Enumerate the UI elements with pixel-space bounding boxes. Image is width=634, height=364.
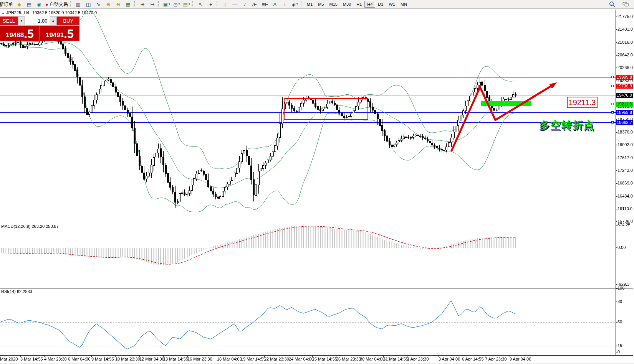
rsi-tick-label: 15 xyxy=(617,343,622,348)
bar-chart-icon: ▥ xyxy=(76,2,81,7)
new-order-button[interactable]: 新订单 xyxy=(0,0,14,8)
buy-price-big: .5 xyxy=(64,29,74,40)
data-window-button[interactable]: ◉ xyxy=(34,0,44,8)
timeframe-M15[interactable]: M15 xyxy=(326,1,340,8)
zoom-out-icon: ⊖ xyxy=(116,2,120,7)
timeframe-W1[interactable]: W1 xyxy=(386,1,398,8)
timeframe-H1[interactable]: H1 xyxy=(354,1,364,8)
buy-price[interactable]: 19491.5 xyxy=(40,26,79,41)
date-tick-label: 18 Mar 04:00 xyxy=(217,357,242,361)
cursor-icon: ↖ xyxy=(199,2,203,7)
label-button[interactable]: T xyxy=(280,0,290,8)
date-tick-label: 24 Mar 04:00 xyxy=(289,357,314,361)
timeframe-M30[interactable]: M30 xyxy=(340,1,354,8)
cursor-button[interactable]: ↖ xyxy=(196,0,206,8)
autotrade-icon: ● xyxy=(45,2,48,7)
fibonacci-button[interactable]: ≡F xyxy=(260,0,270,8)
line-chart-button[interactable]: ∿ xyxy=(93,0,103,8)
timeframe-M5[interactable]: M5 xyxy=(315,1,326,8)
crosshair-icon: + xyxy=(209,2,212,7)
trendline-button[interactable]: / xyxy=(240,0,250,8)
chart-canvas[interactable] xyxy=(0,9,634,364)
timeframe-H4[interactable]: H4 xyxy=(364,1,375,8)
sell-button[interactable]: SELL xyxy=(0,16,18,25)
symbol-header: ▲JPN225-,H419362.5 19520.0 19342.5 19470… xyxy=(2,10,97,15)
price-level-label: 19736.9 xyxy=(616,84,633,89)
date-tick-label: Mar 2020 xyxy=(0,357,18,361)
vertical-line-button[interactable]: | xyxy=(220,0,230,8)
candlestick-button[interactable]: ◫ xyxy=(83,0,93,8)
rsi-indicator-label: RSI(14) 62.2883 xyxy=(1,289,32,294)
date-tick-label: 26 Mar 23:30 xyxy=(336,357,361,361)
shapes-icon: ◈ xyxy=(292,2,296,7)
shapes-button[interactable]: ◈▾ xyxy=(290,0,300,8)
trendline-icon: / xyxy=(244,2,246,7)
price-tick-label: 17243.0 xyxy=(617,168,633,173)
autotrade-button[interactable]: ●自动交易 xyxy=(44,0,69,8)
volume-increase-button[interactable]: ▲ xyxy=(50,16,57,25)
price-tick-label: 18002.0 xyxy=(617,142,633,147)
auto-scroll-button[interactable]: ↠ xyxy=(137,0,147,8)
toolbar-grip xyxy=(70,1,72,7)
price-tick-label: 21775.0 xyxy=(617,14,633,19)
indicators-button[interactable]: ▤▾ xyxy=(182,0,192,8)
horizontal-line-button[interactable]: — xyxy=(230,0,240,8)
zoom-in-icon: ⊕ xyxy=(106,2,110,7)
search-icon[interactable] xyxy=(607,0,617,8)
chart-shift-icon-button[interactable]: ◆ xyxy=(14,0,24,8)
date-tick-label: 16 Mar 23:30 xyxy=(187,357,212,361)
price-tick-label: 21401.0 xyxy=(617,27,633,31)
candlestick-icon: ◫ xyxy=(86,2,91,7)
price-level-label: 18662.7 xyxy=(616,120,633,125)
toolbar-grip xyxy=(192,1,195,7)
zoom-in-button[interactable]: ⊕ xyxy=(103,0,113,8)
new-chart-icon: ▣ xyxy=(163,2,168,7)
timeframe-D1[interactable]: D1 xyxy=(375,1,386,8)
macd-tick-label: 0.00 xyxy=(617,245,626,250)
text-button[interactable]: A xyxy=(270,0,280,8)
buy-price-main: 19491 xyxy=(46,31,64,40)
crosshair-button[interactable]: + xyxy=(206,0,216,8)
turning-point-annotation[interactable]: 多空转折点 xyxy=(539,119,614,132)
timeframe-MN[interactable]: MN xyxy=(398,1,410,8)
bar-chart-button[interactable]: ▥ xyxy=(73,0,83,8)
navigator-button[interactable]: ▤ xyxy=(24,0,34,8)
sell-price-main: 19468 xyxy=(6,31,24,40)
toolbar-grip xyxy=(134,1,136,7)
chevron-down-icon: ▾ xyxy=(189,3,190,6)
rsi-tick-label: 80 xyxy=(617,299,622,304)
date-tick-label: 1 Apr 23:30 xyxy=(407,357,429,361)
chart-shift-end-icon: ↦ xyxy=(150,2,154,7)
price-tick-label: 20642.0 xyxy=(617,53,633,57)
navigator-icon: ▤ xyxy=(27,2,31,7)
date-tick-label: 22 Mar 23:30 xyxy=(264,357,289,361)
chevron-down-icon: ▾ xyxy=(179,3,180,6)
horizontal-line-icon: — xyxy=(232,2,237,7)
timeframe-M1[interactable]: M1 xyxy=(304,1,315,8)
buy-button[interactable]: BUY xyxy=(57,16,80,25)
volume-decrease-button[interactable]: ▼ xyxy=(18,16,25,25)
date-tick-label: 9 Mar 14:55 xyxy=(91,357,114,361)
date-tick-label: 12 Mar 04:00 xyxy=(139,357,164,361)
volume-input[interactable]: 1.00 xyxy=(25,16,50,25)
chat-icon[interactable] xyxy=(621,0,631,8)
price-callout-19211[interactable]: 19211.3 xyxy=(567,97,598,108)
symbol-name: JPN225-,H4 xyxy=(6,10,29,15)
date-tick-label: 10 Mar 23:30 xyxy=(115,357,140,361)
date-tick-label: 6 Mar 04:00 xyxy=(68,357,91,361)
sell-price[interactable]: 19468.5 xyxy=(0,26,40,41)
auto-scroll-icon: ↠ xyxy=(140,2,144,7)
fibonacci-icon: ≡F xyxy=(262,2,268,7)
channel-button[interactable]: ∕E xyxy=(250,0,260,8)
tile-windows-button[interactable]: ▦ xyxy=(123,0,133,8)
chevron-down-icon: ▾ xyxy=(296,3,298,6)
chart-shift-end-button[interactable]: ↦ xyxy=(147,0,157,8)
price-tick-label: 16110.0 xyxy=(617,206,632,211)
zoom-out-button[interactable]: ⊖ xyxy=(113,0,123,8)
line-chart-icon: ∿ xyxy=(96,2,100,7)
profiles-button[interactable]: ◷▾ xyxy=(172,0,182,8)
new-chart-button[interactable]: ▣▾ xyxy=(162,0,172,8)
data-window-icon: ◉ xyxy=(37,2,41,7)
vertical-line-icon: | xyxy=(224,2,225,7)
date-tick-label: 13 Mar 14:55 xyxy=(163,357,188,361)
